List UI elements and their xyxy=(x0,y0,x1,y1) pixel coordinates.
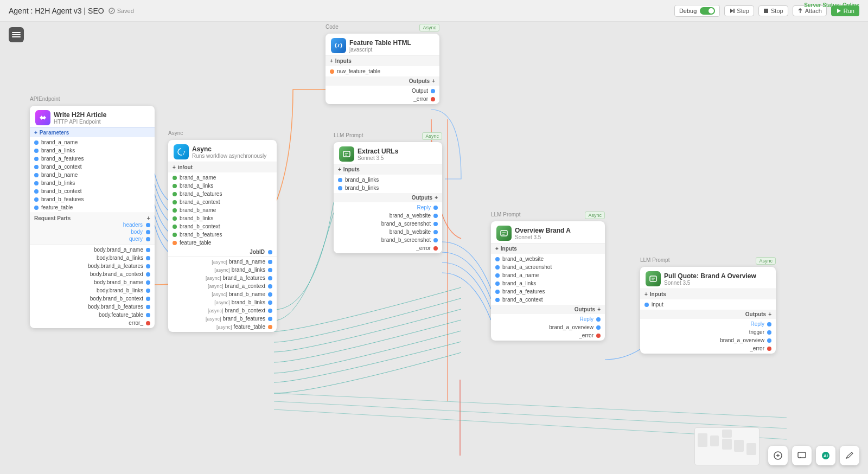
svg-rect-7 xyxy=(12,34,21,35)
pq-reply: Reply xyxy=(640,320,776,328)
extract-urls-label: LLM Prompt xyxy=(334,132,363,138)
eu-brand-b-website: brand_b_website xyxy=(334,228,442,236)
async-feature-table: feature_table xyxy=(168,239,277,247)
param-brand-a-context: brand_a_context xyxy=(30,163,155,171)
overview-label: LLM Prompt xyxy=(491,212,520,217)
body-brand-b-features: body.brand_b_features xyxy=(30,303,155,311)
async-node-subtitle: Runs workflow asynchronously xyxy=(192,153,266,159)
pull-quote-label: LLM Prompt xyxy=(640,257,669,263)
fh-error: _error xyxy=(326,95,439,103)
body-brand-a-name: body.brand_a_name xyxy=(30,246,155,254)
async-node-title: Async xyxy=(192,145,266,153)
api-node-title: Write H2H Article xyxy=(54,111,106,119)
body-feature-table: body.feature_table xyxy=(30,311,155,319)
eu-brand-b-links: brand_b_links xyxy=(334,184,442,192)
async-brand-b-context: brand_b_context xyxy=(168,222,277,230)
bottom-toolbar: AI xyxy=(768,446,859,465)
pq-error: _error xyxy=(640,344,776,353)
svg-rect-18 xyxy=(710,435,719,446)
chat-bottom-icon[interactable] xyxy=(792,446,812,465)
feature-html-async-badge: Async xyxy=(419,24,439,31)
async-brand-a-links: brand_a_links xyxy=(168,182,277,190)
ov-brand-a-links: brand_a_links xyxy=(491,279,605,287)
body-brand-b-links: body.brand_b_links xyxy=(30,286,155,294)
feature-html-label: Code xyxy=(326,24,339,30)
svg-rect-14 xyxy=(798,452,806,458)
body-brand-a-links: body.brand_a_links xyxy=(30,254,155,262)
api-label-tag: APIEndpoint xyxy=(30,96,60,102)
menu-icon[interactable] xyxy=(9,27,24,42)
overview-brand-node: LLM Prompt Async Overview Brand A Sonnet… xyxy=(491,221,605,341)
minimap[interactable] xyxy=(694,427,760,465)
pull-quote-title: Pull Quote: Brand A Overview xyxy=(664,272,756,280)
ov-outputs-plus[interactable]: + xyxy=(597,306,601,312)
eu-brand-b-screenshot: brand_b_screenshot xyxy=(334,236,442,244)
eu-reply: Reply xyxy=(334,203,442,212)
async-label-tag: Async xyxy=(168,130,183,136)
ai-bottom-icon[interactable]: AI xyxy=(816,446,835,465)
async-brand-a-context: brand_a_context xyxy=(168,198,277,206)
async-brand-b-links: brand_b_links xyxy=(168,214,277,222)
eu-brand-a-screenshot: brand_a_screenshot xyxy=(334,220,442,228)
svg-rect-2 xyxy=(733,9,735,13)
svg-rect-12 xyxy=(650,276,656,281)
agent-title: Agent : H2H Agent v3 | SEO xyxy=(9,7,104,15)
svg-marker-9 xyxy=(183,151,186,152)
extract-urls-title: Extract URLs xyxy=(358,148,398,155)
async-brand-b-name: brand_b_name xyxy=(168,206,277,214)
debug-toggle[interactable]: Debug xyxy=(674,5,720,17)
api-bottom-icon[interactable] xyxy=(768,446,788,465)
ov-reply: Reply xyxy=(491,315,605,323)
overview-async-badge: Async xyxy=(585,212,605,219)
param-brand-b-features: brand_b_features xyxy=(30,195,155,203)
svg-marker-1 xyxy=(730,9,733,13)
body-brand-a-features: body.brand_a_features xyxy=(30,262,155,270)
svg-rect-20 xyxy=(722,439,732,450)
eu-brand-a-links: brand_a_links xyxy=(334,176,442,184)
param-brand-a-name: brand_a_name xyxy=(30,138,155,146)
async-node: Async Async Runs workflow asynchronously… xyxy=(168,140,277,332)
pq-outputs-plus[interactable]: + xyxy=(768,311,771,317)
canvas: APIEndpoint Write H2H Article HTTP API E… xyxy=(0,22,868,474)
debug-toggle-pill[interactable] xyxy=(700,7,715,15)
overview-subtitle: Sonnet 3.5 xyxy=(515,234,571,240)
server-status: Server Status: Online xyxy=(804,2,859,8)
saved-badge: Saved xyxy=(108,8,134,14)
svg-rect-10 xyxy=(343,151,350,157)
ov-brand-a-features: brand_a_features xyxy=(491,287,605,296)
extract-urls-node: LLM Prompt Async Extract URLs Sonnet 3.5… xyxy=(334,142,442,253)
pull-quote-subtitle: Sonnet 3.5 xyxy=(664,280,756,286)
eu-outputs-plus[interactable]: + xyxy=(435,195,438,201)
pull-quote-async-badge: Async xyxy=(756,257,776,265)
ov-brand-a-screenshot: brand_a_screenshot xyxy=(491,263,605,271)
svg-rect-3 xyxy=(764,9,768,13)
fh-raw-feature-table: raw_feature_table xyxy=(326,67,439,75)
body-brand-a-context: body.brand_a_context xyxy=(30,270,155,278)
svg-rect-8 xyxy=(12,36,21,37)
api-node-subtitle: HTTP API Endpoint xyxy=(54,119,106,125)
stop-button[interactable]: Stop xyxy=(758,5,788,16)
eu-error: _error xyxy=(334,244,442,252)
async-brand-a-features: brand_a_features xyxy=(168,190,277,198)
feature-html-node: Code Async Feature Table HTML javascript… xyxy=(326,34,439,104)
param-brand-b-context: brand_b_context xyxy=(30,187,155,195)
topbar: Server Status: Online Agent : H2H Agent … xyxy=(0,0,868,22)
fh-outputs-plus[interactable]: + xyxy=(432,78,435,84)
edit-bottom-icon[interactable] xyxy=(840,446,859,465)
rp-plus[interactable]: + xyxy=(147,215,150,221)
extract-urls-async-badge: Async xyxy=(422,132,442,140)
svg-rect-22 xyxy=(746,443,756,455)
svg-marker-4 xyxy=(837,9,841,13)
param-brand-a-links: brand_a_links xyxy=(30,146,155,155)
svg-rect-11 xyxy=(501,230,507,236)
ov-brand-a-context: brand_a_context xyxy=(491,296,605,304)
ov-brand-a-name: brand_a_name xyxy=(491,271,605,279)
ov-brand-a-website: brand_a_website xyxy=(491,255,605,263)
body-error: error_ xyxy=(30,319,155,327)
step-button[interactable]: Step xyxy=(724,5,754,16)
param-brand-b-name: brand_b_name xyxy=(30,171,155,179)
param-brand-b-links: brand_b_links xyxy=(30,179,155,187)
async-brand-b-features: brand_b_features xyxy=(168,230,277,239)
svg-rect-6 xyxy=(12,32,21,33)
pq-trigger: trigger xyxy=(640,328,776,336)
